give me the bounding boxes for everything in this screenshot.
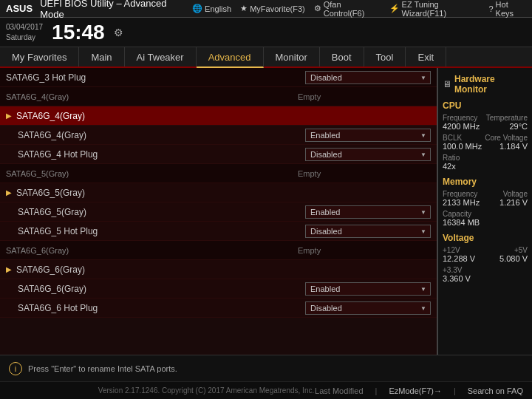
sata6g4-hotplug-label: SATA6G_4 Hot Plug [18, 149, 305, 160]
mem-volt-col: Voltage 1.216 V [499, 190, 528, 208]
bolt-icon: ⚡ [389, 4, 400, 13]
sata6g6-hotplug-label: SATA6G_6 Hot Plug [18, 303, 305, 313]
hotkeys-label: Hot Keys [496, 0, 526, 18]
language-label: English [205, 4, 231, 13]
hotkeys-btn[interactable]: ? Hot Keys [488, 0, 526, 18]
datetime-bar: 03/04/2017 Saturday 15:48 ⚙ [0, 18, 532, 47]
globe-icon: 🌐 [192, 4, 202, 13]
date-section: 03/04/2017 Saturday [6, 22, 43, 43]
top-bar-icons: 🌐 English ★ MyFavorite(F3) ⚙ Qfan Contro… [192, 0, 526, 18]
nav-bar: My Favorites Main Ai Tweaker Advanced Mo… [0, 47, 532, 68]
sata6g5-hotplug-select-wrapper: Enabled Disabled [305, 225, 431, 238]
voltage-section-title: Voltage [443, 233, 528, 243]
help-icon: ? [488, 4, 493, 13]
sidebar-header: 🖥 Hardware Monitor [443, 74, 528, 95]
tab-main[interactable]: Main [79, 47, 124, 66]
sata6g3-hotplug-select-wrapper: Disabled Enabled [305, 71, 431, 84]
volt-5-col: +5V 5.080 V [499, 246, 528, 265]
sata6g6-hotplug-select[interactable]: Enabled Disabled [305, 301, 431, 315]
date-display: 03/04/2017 [6, 22, 43, 33]
cpu-ratio-row: Ratio 42x [443, 154, 528, 171]
sata6g5-group-header: SATA6G_5(Gray) Empty [0, 164, 437, 183]
sata6g5-group-value: Empty [298, 169, 431, 178]
sata6g5-hotplug-row: SATA6G_5 Hot Plug Enabled Disabled [0, 222, 437, 241]
top-bar: ASUS UEFI BIOS Utility – Advanced Mode 🌐… [0, 0, 532, 18]
tab-exit[interactable]: Exit [406, 47, 446, 66]
hardware-monitor-sidebar: 🖥 Hardware Monitor CPU Frequency 4200 MH… [437, 68, 532, 355]
day-display: Saturday [6, 33, 43, 43]
sata6g3-hotplug-header: SATA6G_3 Hot Plug Disabled Enabled [0, 68, 437, 87]
sata6g6-expanded-header[interactable]: ▶ SATA6G_6(Gray) [0, 260, 437, 279]
tab-ai-tweaker[interactable]: Ai Tweaker [125, 47, 197, 66]
sata6g5-expanded-label: SATA6G_5(Gray) [16, 188, 431, 198]
sata6g6-enabled-label: SATA6G_6(Gray) [18, 284, 305, 294]
sata6g4-expanded-label: SATA6G_4(Gray) [16, 111, 431, 121]
eztuning-btn[interactable]: ⚡ EZ Tuning Wizard(F11) [389, 0, 480, 18]
cpu-freq-label: Frequency 4200 MHz [443, 114, 480, 132]
sata6g3-hotplug-label: SATA6G_3 Hot Plug [6, 72, 172, 83]
footer-actions: Last Modified | EzMode(F7)→ | Search on … [315, 386, 523, 395]
sata6g4-expanded-header[interactable]: ▶ SATA6G_4(Gray) [0, 106, 437, 126]
sata6g5-enabled-row: SATA6G_5(Gray) Enabled Disabled [0, 202, 437, 222]
sata6g6-expanded-label: SATA6G_6(Gray) [16, 265, 431, 275]
sata6g5-expanded-header[interactable]: ▶ SATA6G_5(Gray) [0, 183, 437, 202]
star-icon: ★ [240, 4, 248, 13]
language-selector[interactable]: 🌐 English [192, 0, 231, 18]
cpu-corevolt-col: Core Voltage 1.184 V [485, 134, 528, 152]
memory-section-title: Memory [443, 177, 528, 187]
expand-arrow-icon: ▶ [6, 112, 12, 120]
info-icon: i [9, 362, 22, 375]
ezmode-button[interactable]: EzMode(F7)→ [389, 386, 442, 395]
sata6g4-hotplug-row: SATA6G_4 Hot Plug Enabled Disabled [0, 145, 437, 164]
search-faq-button[interactable]: Search on FAQ [468, 386, 523, 395]
sata6g4-group-header: SATA6G_4(Gray) Empty [0, 87, 437, 106]
sata6g6-enabled-select-wrapper: Enabled Disabled [305, 282, 431, 296]
sata6g5-enabled-label: SATA6G_5(Gray) [18, 207, 305, 217]
sata6g4-enabled-row: SATA6G_4(Gray) Enabled Disabled [0, 126, 437, 145]
sata6g4-enabled-label: SATA6G_4(Gray) [18, 130, 305, 140]
asus-logo: ASUS [6, 3, 33, 14]
tab-my-favorites[interactable]: My Favorites [0, 47, 79, 66]
tab-boot[interactable]: Boot [320, 47, 364, 66]
expand-arrow-5-icon: ▶ [6, 188, 12, 197]
sata6g4-group-value: Empty [298, 92, 431, 101]
footer-copyright: Version 2.17.1246. Copyright (C) 2017 Am… [98, 386, 315, 395]
tab-advanced[interactable]: Advanced [197, 47, 264, 68]
tab-monitor[interactable]: Monitor [264, 47, 320, 66]
fan-icon: ⚙ [314, 4, 321, 13]
sata6g5-enabled-select[interactable]: Enabled Disabled [305, 205, 431, 219]
cpu-bclk-row: BCLK 100.0 MHz Core Voltage 1.184 V [443, 134, 528, 152]
qfan-btn[interactable]: ⚙ Qfan Control(F6) [314, 0, 381, 18]
mem-capacity-row: Capacity 16384 MB [443, 210, 528, 227]
bios-title: UEFI BIOS Utility – Advanced Mode [40, 0, 188, 20]
content-area: SATA6G_3 Hot Plug Disabled Enabled SATA6… [0, 68, 437, 355]
sata6g4-hotplug-select[interactable]: Enabled Disabled [305, 148, 431, 161]
cpu-freq-row: Frequency 4200 MHz Temperature 29°C [443, 114, 528, 132]
sata6g6-hotplug-select-wrapper: Enabled Disabled [305, 301, 431, 315]
sata6g6-enabled-row: SATA6G_6(Gray) Enabled Disabled [0, 279, 437, 299]
sata6g4-hotplug-select-wrapper: Enabled Disabled [305, 148, 431, 161]
sidebar-title: Hardware Monitor [454, 74, 528, 95]
sata6g6-enabled-select[interactable]: Enabled Disabled [305, 282, 431, 296]
sata6g3-hotplug-select[interactable]: Disabled Enabled [305, 71, 431, 84]
footer: Version 2.17.1246. Copyright (C) 2017 Am… [0, 381, 532, 399]
sata6g4-enabled-select-wrapper: Enabled Disabled [305, 129, 431, 142]
eztuning-label: EZ Tuning Wizard(F11) [402, 0, 480, 18]
sata6g4-enabled-select[interactable]: Enabled Disabled [305, 129, 431, 142]
main-layout: SATA6G_3 Hot Plug Disabled Enabled SATA6… [0, 68, 532, 355]
mem-freq-col: Frequency 2133 MHz [443, 190, 480, 208]
volt-12-col: +12V 12.288 V [443, 246, 475, 265]
sata6g5-hotplug-select[interactable]: Enabled Disabled [305, 225, 431, 238]
last-modified-label: Last Modified [315, 386, 363, 395]
sata6g6-group-label: SATA6G_6(Gray) [6, 246, 298, 255]
volt-33-row: +3.3V 3.360 V [443, 266, 528, 283]
sata6g5-hotplug-label: SATA6G_5 Hot Plug [18, 226, 305, 236]
myfavorite-btn[interactable]: ★ MyFavorite(F3) [240, 0, 305, 18]
cpu-section-title: CPU [443, 100, 528, 111]
info-text: Press "Enter" to rename Intel SATA ports… [28, 364, 177, 373]
expand-arrow-6-icon: ▶ [6, 265, 12, 273]
sata6g6-group-header: SATA6G_6(Gray) Empty [0, 241, 437, 260]
mem-freq-row: Frequency 2133 MHz Voltage 1.216 V [443, 190, 528, 208]
settings-icon[interactable]: ⚙ [114, 27, 123, 38]
tab-tool[interactable]: Tool [364, 47, 406, 66]
